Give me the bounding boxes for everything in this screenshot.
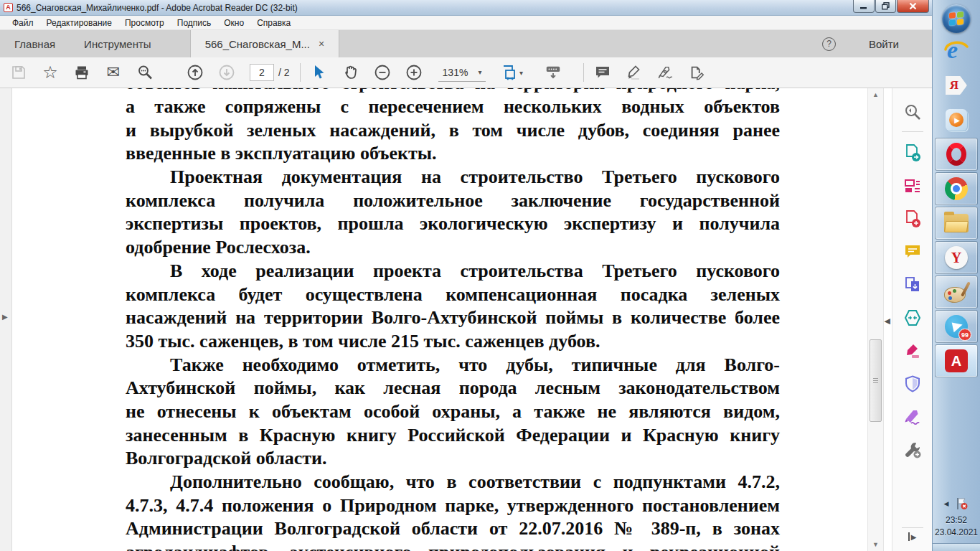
minimize-button[interactable] [853,0,875,13]
opera-icon [946,143,966,166]
vertical-scrollbar[interactable]: ▲ ▼ [867,88,884,551]
show-desktop-button[interactable] [933,543,980,551]
favorite-button[interactable]: ☆ [42,63,59,82]
expand-left-panel-arrow[interactable]: ▶ [2,313,8,321]
title-bar[interactable]: A 566_Снаговская_Михайличенко.pdf - Adob… [0,0,932,16]
menu-file[interactable]: Файл [6,18,40,28]
text-line: Проектная документация на строительство … [126,166,780,189]
plus-circle-icon [405,64,423,81]
close-button[interactable] [897,0,929,13]
combine-files-button[interactable] [892,268,932,301]
taskbar-item-acrobat[interactable]: A [935,344,978,377]
compress-pdf-button[interactable] [892,301,932,334]
text-line: комплекса будет осуществлена компенсацио… [126,283,780,307]
edit-pdf-button[interactable] [892,169,932,202]
scroll-down-icon[interactable]: ▼ [868,541,883,548]
taskbar-item-yandex-browser[interactable]: Y [935,241,978,274]
taskbar-item-chrome[interactable] [935,172,978,205]
hand-icon [342,64,359,81]
comment-tool-button[interactable] [892,235,932,268]
create-pdf-button[interactable] [892,202,932,235]
taskbar-item-media-player[interactable]: ▶ [935,103,978,136]
tab-document[interactable]: 566_Снаговская_М... × [190,30,340,57]
wrench-icon [903,441,922,459]
text-line: В ходе реализации проекта строительства … [126,260,780,283]
select-tool-button[interactable] [311,63,328,82]
tools-panel: ▶ [892,88,932,551]
fit-width-button[interactable]: ▾ [499,63,524,82]
tab-home[interactable]: Главная [0,30,70,57]
notification-badge: 99 [958,329,971,341]
fountain-pen-icon [657,64,674,81]
tray-clock[interactable]: 23:52 [946,515,967,525]
panel-bottom: ▶ [892,524,932,551]
help-icon[interactable]: ? [822,37,836,51]
text-line: не отнесены к объектам особой охраны, а … [126,400,780,424]
zoom-in-button[interactable] [405,63,423,82]
envelope-icon: ✉ [107,65,120,80]
taskbar-item-telegram[interactable]: 99 [935,310,978,343]
tab-tools[interactable]: Инструменты [70,30,166,57]
pdf-page[interactable]: объектов капитального строительства на т… [13,88,867,551]
save-button[interactable] [10,63,27,82]
menu-help[interactable]: Справка [250,18,297,28]
redact-button[interactable] [892,334,932,367]
yandex-browser-icon: Y [945,246,968,269]
scroll-up-icon[interactable]: ▲ [868,91,883,98]
more-tools-button[interactable] [689,63,706,82]
system-tray: ◀ 23:52 23.04.2021 [933,496,980,551]
menu-window[interactable]: Окно [217,18,250,28]
text-line: комплекса получила положительное заключе… [126,189,780,213]
menu-edit[interactable]: Редактирование [40,18,118,28]
telegram-icon: 99 [945,315,968,338]
restore-button[interactable] [875,0,896,13]
menu-bar: Файл Редактирование Просмотр Подпись Окн… [0,16,932,30]
zoom-level-control[interactable]: 131% ▾ [438,63,486,82]
start-button[interactable] [942,4,971,33]
menu-sign[interactable]: Подпись [171,18,218,28]
expand-arrow-icon: ▶ [911,533,917,541]
fill-sign-tool-button[interactable] [892,400,932,433]
email-button[interactable]: ✉ [105,63,122,82]
highlight-button[interactable] [626,63,643,82]
taskbar-item-paint[interactable] [935,276,978,309]
page-number-input[interactable] [250,64,274,81]
search-button[interactable] [136,63,154,82]
menu-view[interactable]: Просмотр [118,18,171,28]
tray-date[interactable]: 23.04.2021 [935,527,978,537]
print-button[interactable] [73,63,90,82]
text-line: агроландшафтов, экстенсивного природопол… [126,541,780,551]
show-hidden-icons-arrow[interactable]: ◀ [944,500,949,507]
taskbar-item-opera[interactable] [935,138,978,171]
taskbar-item-internet-explorer[interactable]: e [935,34,978,67]
collapse-right-panel-arrow[interactable]: ◀ [885,316,890,326]
paragraphs: а также сопряжены с пересечением несколь… [126,95,780,551]
yandex-arrow-icon: Я [946,76,967,95]
comment-button[interactable] [594,63,611,82]
search-tools-icon [903,103,922,121]
hand-tool-button[interactable] [342,63,359,82]
export-pdf-button[interactable] [892,136,932,169]
window-title: 566_Снаговская_Михайличенко.pdf - Adobe … [17,3,298,13]
fill-sign-button[interactable] [657,63,674,82]
tabbar-right: ? Войти [822,30,932,57]
zoom-out-button[interactable] [374,63,391,82]
paragraph: Дополнительно сообщаю, что в соответстви… [126,471,780,551]
scrollbar-thumb[interactable] [870,339,882,422]
previous-page-button[interactable] [187,63,204,82]
next-page-button[interactable] [218,63,235,82]
taskbar-item-explorer[interactable] [935,207,978,240]
chevron-down-icon: ▾ [478,68,481,76]
acrobat-icon: A [945,349,968,372]
action-center-flag-icon[interactable] [954,496,969,511]
search-tools-button[interactable] [892,95,932,128]
protect-button[interactable] [892,367,932,400]
tab-close-icon[interactable]: × [319,38,324,50]
shield-icon [903,375,922,393]
more-tools-panel-button[interactable] [892,433,932,466]
sign-in-button[interactable]: Войти [869,38,899,50]
expand-panel-button[interactable]: ▶ [908,532,917,541]
taskbar-item-yandex-search[interactable]: Я [935,69,978,102]
text-line: Администрации Волгоградской области от 2… [126,517,780,541]
page-scrolling-button[interactable] [545,63,562,82]
